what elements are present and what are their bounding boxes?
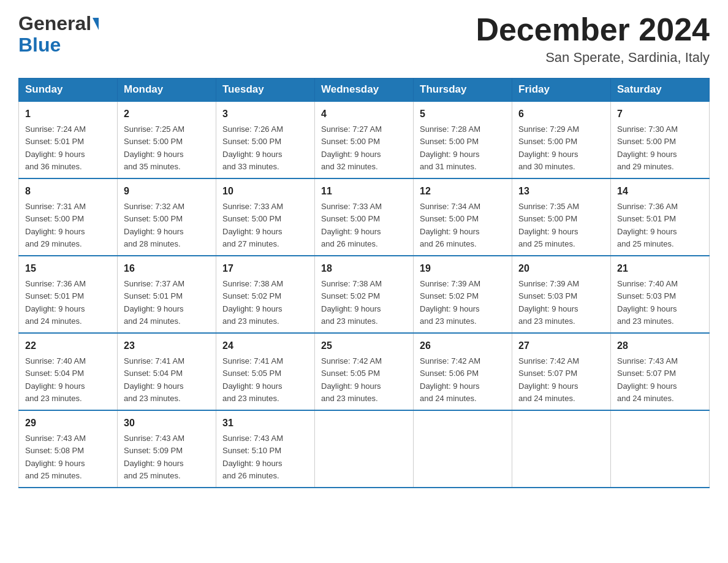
calendar-cell: 10 Sunrise: 7:33 AMSunset: 5:00 PMDaylig…	[216, 178, 315, 256]
day-info: Sunrise: 7:42 AMSunset: 5:05 PMDaylight:…	[321, 356, 382, 403]
day-header-row: Sunday Monday Tuesday Wednesday Thursday…	[19, 79, 710, 102]
calendar-week-3: 15 Sunrise: 7:36 AMSunset: 5:01 PMDaylig…	[19, 256, 710, 333]
calendar-cell: 30 Sunrise: 7:43 AMSunset: 5:09 PMDaylig…	[118, 410, 216, 488]
day-number: 28	[617, 339, 703, 353]
calendar-cell: 23 Sunrise: 7:41 AMSunset: 5:04 PMDaylig…	[118, 333, 216, 410]
day-info: Sunrise: 7:38 AMSunset: 5:02 PMDaylight:…	[222, 279, 283, 326]
calendar-cell: 29 Sunrise: 7:43 AMSunset: 5:08 PMDaylig…	[19, 410, 118, 488]
calendar-cell: 15 Sunrise: 7:36 AMSunset: 5:01 PMDaylig…	[19, 256, 118, 333]
calendar-cell: 6 Sunrise: 7:29 AMSunset: 5:00 PMDayligh…	[512, 101, 611, 178]
day-info: Sunrise: 7:41 AMSunset: 5:04 PMDaylight:…	[124, 356, 184, 403]
day-info: Sunrise: 7:42 AMSunset: 5:07 PMDaylight:…	[518, 356, 579, 403]
calendar-cell: 20 Sunrise: 7:39 AMSunset: 5:03 PMDaylig…	[512, 256, 611, 333]
day-info: Sunrise: 7:43 AMSunset: 5:10 PMDaylight:…	[222, 434, 283, 480]
calendar-cell: 8 Sunrise: 7:31 AMSunset: 5:00 PMDayligh…	[19, 178, 118, 256]
calendar-cell: 14 Sunrise: 7:36 AMSunset: 5:01 PMDaylig…	[611, 178, 710, 256]
calendar-cell: 17 Sunrise: 7:38 AMSunset: 5:02 PMDaylig…	[216, 256, 315, 333]
calendar-cell: 26 Sunrise: 7:42 AMSunset: 5:06 PMDaylig…	[414, 333, 512, 410]
day-number: 1	[25, 107, 111, 121]
day-number: 6	[518, 107, 604, 121]
month-title: December 2024	[476, 12, 710, 47]
calendar-cell	[414, 410, 512, 488]
day-number: 13	[518, 184, 604, 199]
day-number: 29	[25, 416, 111, 431]
title-block: December 2024 San Sperate, Sardinia, Ita…	[476, 12, 710, 66]
day-info: Sunrise: 7:38 AMSunset: 5:02 PMDaylight:…	[321, 279, 382, 326]
day-info: Sunrise: 7:43 AMSunset: 5:09 PMDaylight:…	[124, 434, 184, 480]
day-number: 19	[420, 261, 506, 276]
day-number: 21	[617, 261, 703, 276]
day-info: Sunrise: 7:33 AMSunset: 5:00 PMDaylight:…	[222, 202, 283, 248]
calendar-cell: 11 Sunrise: 7:33 AMSunset: 5:00 PMDaylig…	[315, 178, 414, 256]
day-info: Sunrise: 7:26 AMSunset: 5:00 PMDaylight:…	[222, 124, 283, 171]
day-info: Sunrise: 7:35 AMSunset: 5:00 PMDaylight:…	[518, 202, 579, 248]
day-number: 18	[321, 261, 407, 276]
day-info: Sunrise: 7:37 AMSunset: 5:01 PMDaylight:…	[124, 279, 184, 326]
calendar-body: 1 Sunrise: 7:24 AMSunset: 5:01 PMDayligh…	[19, 101, 710, 488]
calendar-cell: 28 Sunrise: 7:43 AMSunset: 5:07 PMDaylig…	[611, 333, 710, 410]
day-number: 3	[222, 107, 308, 121]
day-info: Sunrise: 7:36 AMSunset: 5:01 PMDaylight:…	[617, 202, 678, 248]
day-info: Sunrise: 7:34 AMSunset: 5:00 PMDaylight:…	[420, 202, 480, 248]
calendar-cell: 31 Sunrise: 7:43 AMSunset: 5:10 PMDaylig…	[216, 410, 315, 488]
logo-general: General	[18, 12, 91, 35]
day-info: Sunrise: 7:33 AMSunset: 5:00 PMDaylight:…	[321, 202, 382, 248]
calendar-cell: 12 Sunrise: 7:34 AMSunset: 5:00 PMDaylig…	[414, 178, 512, 256]
day-info: Sunrise: 7:43 AMSunset: 5:07 PMDaylight:…	[617, 356, 678, 403]
day-info: Sunrise: 7:30 AMSunset: 5:00 PMDaylight:…	[617, 124, 678, 171]
calendar-cell	[315, 410, 414, 488]
day-number: 26	[420, 339, 506, 353]
day-number: 4	[321, 107, 407, 121]
calendar-week-4: 22 Sunrise: 7:40 AMSunset: 5:04 PMDaylig…	[19, 333, 710, 410]
day-number: 25	[321, 339, 407, 353]
day-number: 9	[124, 184, 210, 199]
day-number: 31	[222, 416, 308, 431]
col-tuesday: Tuesday	[216, 79, 315, 102]
day-number: 30	[124, 416, 210, 431]
day-number: 2	[124, 107, 210, 121]
calendar-cell: 7 Sunrise: 7:30 AMSunset: 5:00 PMDayligh…	[611, 101, 710, 178]
logo: General Blue	[18, 12, 99, 56]
day-info: Sunrise: 7:39 AMSunset: 5:03 PMDaylight:…	[518, 279, 579, 326]
calendar-cell: 25 Sunrise: 7:42 AMSunset: 5:05 PMDaylig…	[315, 333, 414, 410]
col-friday: Friday	[512, 79, 611, 102]
day-number: 16	[124, 261, 210, 276]
day-info: Sunrise: 7:39 AMSunset: 5:02 PMDaylight:…	[420, 279, 480, 326]
day-info: Sunrise: 7:29 AMSunset: 5:00 PMDaylight:…	[518, 124, 579, 171]
day-number: 23	[124, 339, 210, 353]
location-subtitle: San Sperate, Sardinia, Italy	[476, 50, 710, 66]
page-header: General Blue December 2024 San Sperate, …	[18, 12, 710, 66]
day-number: 24	[222, 339, 308, 353]
calendar-cell: 1 Sunrise: 7:24 AMSunset: 5:01 PMDayligh…	[19, 101, 118, 178]
calendar-cell: 21 Sunrise: 7:40 AMSunset: 5:03 PMDaylig…	[611, 256, 710, 333]
day-number: 5	[420, 107, 506, 121]
calendar-cell: 18 Sunrise: 7:38 AMSunset: 5:02 PMDaylig…	[315, 256, 414, 333]
col-sunday: Sunday	[19, 79, 118, 102]
day-info: Sunrise: 7:41 AMSunset: 5:05 PMDaylight:…	[222, 356, 283, 403]
calendar-cell: 24 Sunrise: 7:41 AMSunset: 5:05 PMDaylig…	[216, 333, 315, 410]
col-thursday: Thursday	[414, 79, 512, 102]
day-number: 14	[617, 184, 703, 199]
calendar-cell: 4 Sunrise: 7:27 AMSunset: 5:00 PMDayligh…	[315, 101, 414, 178]
calendar-cell: 5 Sunrise: 7:28 AMSunset: 5:00 PMDayligh…	[414, 101, 512, 178]
day-number: 8	[25, 184, 111, 199]
day-info: Sunrise: 7:32 AMSunset: 5:00 PMDaylight:…	[124, 202, 184, 248]
day-info: Sunrise: 7:25 AMSunset: 5:00 PMDaylight:…	[124, 124, 184, 171]
calendar-cell: 19 Sunrise: 7:39 AMSunset: 5:02 PMDaylig…	[414, 256, 512, 333]
day-number: 17	[222, 261, 308, 276]
calendar-cell: 9 Sunrise: 7:32 AMSunset: 5:00 PMDayligh…	[118, 178, 216, 256]
day-number: 20	[518, 261, 604, 276]
day-number: 27	[518, 339, 604, 353]
logo-blue: Blue	[18, 34, 61, 56]
day-number: 15	[25, 261, 111, 276]
calendar-week-1: 1 Sunrise: 7:24 AMSunset: 5:01 PMDayligh…	[19, 101, 710, 178]
calendar-header: Sunday Monday Tuesday Wednesday Thursday…	[19, 79, 710, 102]
day-info: Sunrise: 7:42 AMSunset: 5:06 PMDaylight:…	[420, 356, 480, 403]
logo-triangle-icon	[93, 18, 99, 30]
day-number: 10	[222, 184, 308, 199]
col-monday: Monday	[118, 79, 216, 102]
day-number: 22	[25, 339, 111, 353]
calendar-table: Sunday Monday Tuesday Wednesday Thursday…	[18, 78, 710, 488]
day-info: Sunrise: 7:27 AMSunset: 5:00 PMDaylight:…	[321, 124, 382, 171]
calendar-cell: 27 Sunrise: 7:42 AMSunset: 5:07 PMDaylig…	[512, 333, 611, 410]
